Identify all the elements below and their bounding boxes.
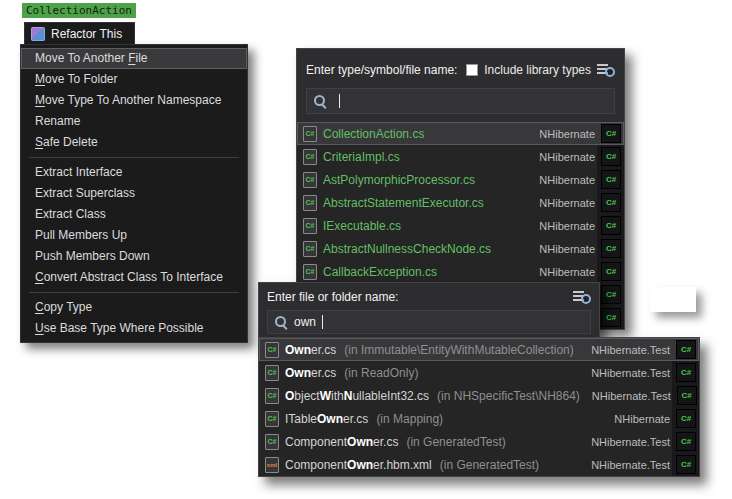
include-library-types-checkbox[interactable] — [466, 64, 478, 76]
menu-item[interactable]: Extract Interface — [21, 162, 247, 183]
csharp-file-icon — [265, 388, 279, 404]
menu-header-label: Refactor This — [51, 27, 122, 41]
file-name: ComponentOwner.hbm.xml — [285, 458, 432, 472]
csharp-project-icon — [601, 239, 621, 258]
csharp-file-icon — [303, 241, 317, 257]
filter-icon[interactable] — [573, 290, 591, 304]
match-highlight: Own — [285, 343, 311, 357]
menu-item-label: ove To Folder — [45, 72, 118, 86]
name-text: ITable — [285, 412, 317, 426]
csharp-project-icon — [676, 432, 696, 451]
project-name: NHibernate.Test — [592, 390, 671, 402]
project-name: NHibernate — [614, 413, 670, 425]
project-name: NHibernate — [539, 266, 595, 278]
goto-file-popup: Enter file or folder name: own — [258, 282, 600, 339]
type-result-row[interactable]: AbstractNullnessCheckNode.cs NHibernate — [297, 237, 624, 260]
name-text: er.cs — [311, 366, 336, 380]
menu-item[interactable]: Push Members Down — [21, 246, 247, 267]
match-highlight: Own — [347, 458, 373, 472]
screenshot-root: { "colors": { "symbol-bg": "#4ea24a", "f… — [0, 0, 732, 499]
project-name: NHibernate.Test — [591, 436, 670, 448]
name-text: er.hbm.xml — [373, 458, 432, 472]
menu-item[interactable]: Copy Type — [21, 297, 247, 318]
menu-item[interactable]: Move Type To Another Namespace — [21, 90, 247, 111]
file-name: CriteriaImpl.cs — [323, 150, 400, 164]
menu-item-label: Move To Another — [35, 51, 128, 65]
type-result-row[interactable]: CollectionAction.cs NHibernate — [297, 122, 624, 145]
editor-symbol-highlight: CollectionAction — [22, 3, 136, 18]
csharp-file-icon — [265, 365, 279, 381]
file-name: ObjectWithNullableInt32.cs — [285, 389, 429, 403]
menu-item-mnemonic: C — [35, 270, 44, 284]
csharp-project-icon — [601, 170, 621, 189]
file-result-row[interactable]: Owner.cs (in Immutable\EntityWithMutable… — [259, 338, 699, 361]
file-location: (in GeneratedTest) — [440, 458, 539, 472]
file-name: Owner.cs — [285, 343, 336, 357]
csharp-project-icon — [601, 285, 621, 304]
name-text: er.cs — [373, 435, 398, 449]
csharp-project-icon — [601, 193, 621, 212]
csharp-project-icon — [601, 147, 621, 166]
file-name: CollectionAction.cs — [323, 127, 424, 141]
csharp-project-icon — [601, 262, 621, 281]
match-highlight: Own — [285, 366, 311, 380]
file-result-row[interactable]: ITableOwner.cs (in Mapping) NHibernate — [259, 407, 699, 430]
refactor-menu: Move To Another File Move To Folder Move… — [20, 44, 248, 343]
menu-item[interactable]: Use Base Type Where Possible — [21, 318, 247, 339]
match-highlight: Own — [347, 435, 373, 449]
menu-item[interactable]: Extract Superclass — [21, 183, 247, 204]
menu-item-label: se Base Type Where Possible — [44, 321, 204, 335]
file-results-list: Owner.cs (in Immutable\EntityWithMutable… — [258, 337, 700, 477]
type-search-field[interactable] — [306, 88, 615, 114]
menu-separator — [29, 157, 239, 158]
menu-item-label: ove Type To Another Namespace — [45, 93, 221, 107]
menu-item[interactable]: Extract Class — [21, 204, 247, 225]
file-name: CallbackException.cs — [323, 265, 437, 279]
file-result-row[interactable]: ObjectWithNullableInt32.cs (in NHSpecifi… — [259, 384, 699, 407]
file-location: (in Immutable\EntityWithMutableCollectio… — [344, 343, 573, 357]
menu-item[interactable]: Move To Folder — [21, 69, 247, 90]
type-popup-title: Enter type/symbol/file name: — [306, 63, 457, 77]
menu-item-mnemonic: C — [35, 300, 44, 314]
file-popup-header-right — [573, 290, 591, 304]
file-search-field[interactable]: own — [267, 310, 591, 334]
menu-separator — [29, 292, 239, 293]
text-caret — [339, 94, 340, 108]
file-location: (in Mapping) — [376, 412, 443, 426]
file-result-row[interactable]: Owner.cs (in ReadOnly) NHibernate.Test — [259, 361, 699, 384]
type-result-row[interactable]: AstPolymorphicProcessor.cs NHibernate — [297, 168, 624, 191]
type-result-row[interactable]: AbstractStatementExecutor.cs NHibernate — [297, 191, 624, 214]
menu-item[interactable]: Pull Members Up — [21, 225, 247, 246]
include-library-types-label: Include library types — [484, 63, 591, 77]
file-result-row[interactable]: ComponentOwner.cs (in GeneratedTest) NHi… — [259, 430, 699, 453]
name-text: Component — [285, 435, 347, 449]
search-icon — [274, 315, 288, 329]
menu-item[interactable]: Safe Delete — [21, 132, 247, 153]
file-name: Owner.cs — [285, 366, 336, 380]
type-result-row[interactable]: CallbackException.cs NHibernate — [297, 260, 624, 283]
file-name: AbstractNullnessCheckNode.cs — [323, 242, 491, 256]
menu-item-label: afe Delete — [43, 135, 98, 149]
menu-item-label: Rename — [35, 114, 80, 128]
file-name: ComponentOwner.cs — [285, 435, 398, 449]
search-icon — [313, 94, 327, 108]
menu-item[interactable]: Convert Abstract Class To Interface — [21, 267, 247, 288]
refactor-this-menu-header[interactable]: Refactor This — [24, 22, 135, 44]
name-text: ullableInt32.cs — [352, 389, 429, 403]
menu-item-mnemonic: M — [35, 72, 45, 86]
menu-item[interactable]: Move To Another File — [21, 48, 247, 69]
file-popup-header: Enter file or folder name: — [267, 287, 591, 307]
csharp-project-icon — [601, 124, 621, 143]
filter-icon[interactable] — [597, 63, 615, 77]
file-location: (in NHSpecificTest\NH864) — [437, 389, 580, 403]
type-result-row[interactable]: CriteriaImpl.cs NHibernate — [297, 145, 624, 168]
menu-item-label: Pull Members Up — [35, 228, 127, 242]
project-name: NHibernate — [539, 151, 595, 163]
menu-item[interactable]: Rename — [21, 111, 247, 132]
type-result-row[interactable]: IExecutable.cs NHibernate — [297, 214, 624, 237]
file-result-row[interactable]: ComponentOwner.hbm.xml (in GeneratedTest… — [259, 453, 699, 476]
csharp-project-icon — [601, 308, 621, 327]
menu-item-label: Extract Interface — [35, 165, 122, 179]
background-window-fragment — [650, 287, 696, 312]
csharp-file-icon — [265, 411, 279, 427]
